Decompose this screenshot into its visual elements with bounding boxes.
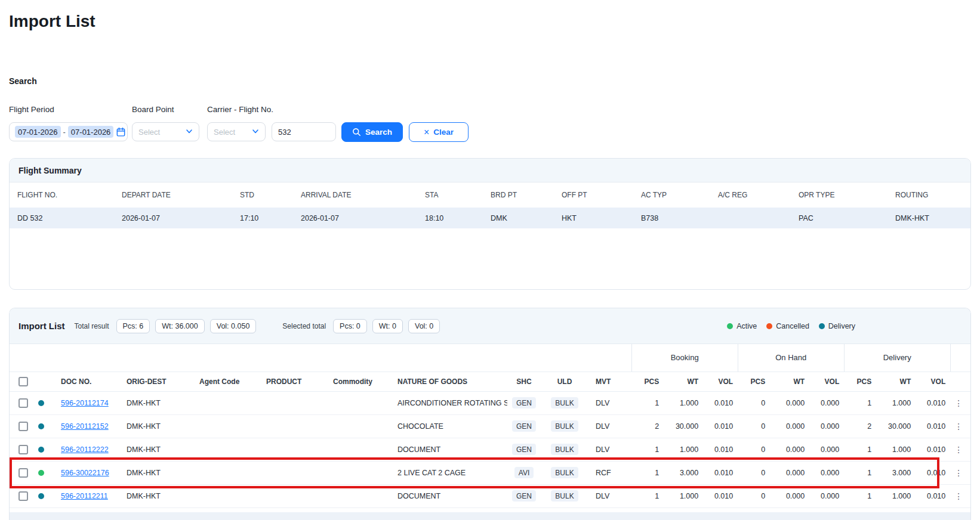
- import-list-table: Booking On Hand Delivery DOC NO. ORIG-DE…: [10, 344, 971, 508]
- total-pill: Wt: 36.000: [155, 319, 204, 333]
- table-row: 596-20112211 DMK-HKT DOCUMENT GEN BULK D…: [10, 484, 971, 507]
- chevron-down-icon: [252, 128, 259, 137]
- selected-total-label: Selected total: [282, 322, 326, 330]
- search-button[interactable]: Search: [341, 122, 403, 142]
- clear-button[interactable]: × Clear: [409, 122, 469, 142]
- doc-no-link[interactable]: 596-20112211: [61, 492, 108, 500]
- delivery-vol-cell: 0.010: [916, 414, 950, 438]
- status-dot-icon: [766, 323, 772, 329]
- booking-pcs-cell: 2: [631, 414, 664, 438]
- orig-dest-cell: DMK-HKT: [119, 484, 192, 507]
- nature-of-goods-cell: DOCUMENT: [390, 484, 507, 507]
- on-hand-pcs-cell: 0: [738, 461, 770, 484]
- row-menu-kebab-icon[interactable]: [950, 445, 967, 454]
- row-menu-kebab-icon[interactable]: [950, 491, 967, 501]
- row-checkbox[interactable]: [19, 445, 28, 454]
- on-hand-pcs-cell: 0: [738, 414, 770, 438]
- doc-no-link[interactable]: 596-30022176: [61, 469, 109, 477]
- column-header: AC TYP: [633, 182, 710, 208]
- selected-total-pill: Vol: 0: [408, 319, 440, 333]
- import-list-page: Import List Search Flight Period Board P…: [0, 0, 980, 520]
- delivery-wt-cell: 1.000: [876, 391, 916, 414]
- doc-no-link[interactable]: 596-20112174: [61, 399, 109, 407]
- select-all-checkbox[interactable]: [19, 377, 28, 386]
- uld-badge: BULK: [551, 467, 578, 478]
- status-dot-icon: [38, 447, 44, 453]
- orig-dest-cell: DMK-HKT: [119, 414, 192, 438]
- row-checkbox[interactable]: [19, 422, 28, 431]
- board-point-label: Board Point: [132, 105, 174, 114]
- orig-dest-cell: DMK-HKT: [119, 461, 192, 484]
- legend-item: Cancelled: [766, 322, 809, 330]
- flight-summary-header-row: FLIGHT NO.DEPART DATESTDARRIVAL DATESTAB…: [10, 182, 970, 208]
- on-hand-pcs-column-header: PCS: [738, 372, 770, 391]
- row-checkbox[interactable]: [19, 491, 28, 501]
- selected-total-pills: Pcs: 0Wt: 0Vol: 0: [333, 319, 440, 333]
- on-hand-wt-cell: 0.000: [770, 461, 809, 484]
- commodity-cell: [326, 438, 390, 461]
- doc-no-link[interactable]: 596-20112222: [61, 445, 109, 454]
- std-cell: 17:10: [232, 208, 293, 228]
- column-header: DEPART DATE: [114, 182, 232, 208]
- total-result-pills: Pcs: 6Wt: 36.000Vol: 0.050: [116, 319, 257, 333]
- on-hand-wt-cell: 0.000: [770, 484, 809, 507]
- uld-column-header: ULD: [546, 372, 588, 391]
- flight-period-range-picker[interactable]: 07-01-2026 - 07-01-2026: [9, 122, 128, 141]
- carrier-select[interactable]: Select: [207, 122, 266, 141]
- chevron-down-icon: [186, 128, 193, 137]
- uld-badge: BULK: [551, 490, 578, 502]
- agent-code-cell: [192, 461, 259, 484]
- column-header: FLIGHT NO.: [10, 182, 114, 208]
- shc-badge: GEN: [512, 397, 536, 408]
- booking-group-header: Booking: [631, 344, 738, 372]
- agent-code-column-header: Agent Code: [192, 372, 259, 391]
- mvt-column-header: MVT: [588, 372, 631, 391]
- carrier-placeholder: Select: [214, 128, 235, 137]
- delivery-vol-cell: 0.010: [916, 391, 950, 414]
- row-menu-kebab-icon[interactable]: [950, 422, 967, 431]
- flight-period-to-value[interactable]: 07-01-2026: [68, 126, 114, 138]
- total-result-label: Total result: [75, 322, 109, 330]
- delivery-pcs-cell: 1: [844, 461, 876, 484]
- flight-period-from-value[interactable]: 07-01-2026: [15, 126, 61, 138]
- booking-vol-cell: 0.010: [703, 391, 738, 414]
- status-dot-icon: [38, 493, 44, 499]
- booking-vol-column-header: VOL: [703, 372, 738, 391]
- row-menu-kebab-icon[interactable]: [950, 468, 967, 478]
- row-checkbox[interactable]: [19, 468, 28, 478]
- delivery-pcs-cell: 1: [844, 484, 876, 507]
- booking-pcs-column-header: PCS: [631, 372, 664, 391]
- row-checkbox[interactable]: [19, 398, 28, 408]
- calendar-icon[interactable]: [116, 127, 126, 137]
- brd-pt-cell: DMK: [483, 208, 554, 228]
- table-row: 596-20112174 DMK-HKT AIRCONDITIONER ROTA…: [10, 391, 971, 414]
- row-menu-kebab-icon[interactable]: [950, 398, 967, 408]
- booking-vol-cell: 0.010: [703, 438, 738, 461]
- orig-dest-column-header: ORIG-DEST: [119, 372, 192, 391]
- nature-of-goods-column-header: NATURE OF GOODS: [390, 372, 507, 391]
- commodity-cell: [326, 414, 390, 438]
- carrier-flight-no-label: Carrier - Flight No.: [207, 105, 273, 114]
- commodity-cell: [326, 391, 390, 414]
- booking-pcs-cell: 1: [631, 391, 664, 414]
- flight-summary-table: FLIGHT NO.DEPART DATESTDARRIVAL DATESTAB…: [10, 182, 970, 228]
- flight-no-input[interactable]: [278, 128, 329, 137]
- on-hand-pcs-cell: 0: [738, 484, 770, 507]
- flight-no-field: [272, 122, 336, 141]
- doc-no-link[interactable]: 596-20112152: [61, 422, 109, 431]
- off-pt-cell: HKT: [554, 208, 633, 228]
- flight-summary-row[interactable]: DD 532 2026-01-07 17:10 2026-01-07 18:10…: [10, 208, 970, 228]
- column-header: A/C REG: [710, 182, 791, 208]
- board-point-select[interactable]: Select: [132, 122, 199, 141]
- column-header: ARRIVAL DATE: [293, 182, 417, 208]
- agent-code-cell: [192, 414, 259, 438]
- column-header-row: DOC NO. ORIG-DEST Agent Code PRODUCT Com…: [10, 372, 971, 391]
- delivery-wt-cell: 1.000: [876, 484, 916, 507]
- column-header: STA: [417, 182, 483, 208]
- selected-total-pill: Wt: 0: [372, 319, 403, 333]
- status-dot-icon: [38, 423, 44, 429]
- delivery-wt-cell: 1.000: [876, 438, 916, 461]
- delivery-pcs-cell: 2: [844, 414, 876, 438]
- delivery-wt-cell: 30.000: [876, 414, 916, 438]
- agent-code-cell: [192, 484, 259, 507]
